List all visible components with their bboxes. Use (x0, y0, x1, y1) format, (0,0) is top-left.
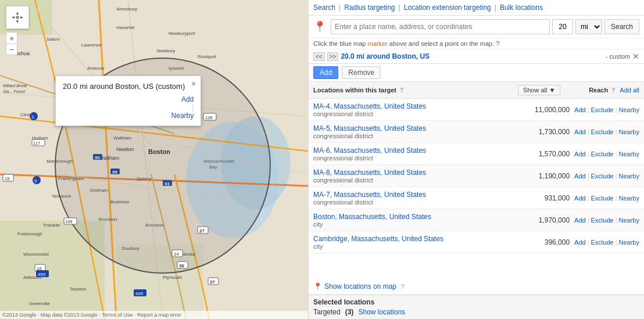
zoom-out-button[interactable]: − (6, 44, 17, 55)
map-tooltip: × 20.0 mi around Boston, US (custom) Add… (55, 76, 201, 126)
location-nearby-link[interactable]: Nearby (619, 173, 639, 180)
svg-text:Greenville: Greenville (29, 301, 51, 306)
nav-radius[interactable]: Radius targeting (344, 3, 395, 12)
svg-text:16: 16 (5, 176, 10, 181)
svg-text:Franklin: Franklin (44, 223, 60, 228)
location-subtype: city (313, 243, 523, 250)
location-search-input[interactable] (331, 19, 550, 34)
nav-search[interactable]: Search (313, 3, 335, 12)
svg-text:Newbury: Newbury (157, 48, 176, 53)
map-nav-control[interactable] (6, 6, 29, 29)
location-name[interactable]: MA-8, Massachusetts, United States (313, 169, 426, 177)
location-exclude-link[interactable]: Exclude (591, 150, 614, 157)
show-locations-link[interactable]: 📍 Show locations on map ? (313, 282, 639, 291)
top-navigation: Search | Radius targeting | Location ext… (309, 0, 644, 16)
svg-text:Woonsocket: Woonsocket (23, 252, 49, 257)
remove-button[interactable]: Remove (342, 66, 381, 79)
svg-text:109: 109 (65, 219, 73, 224)
location-exclude-link[interactable]: Exclude (591, 195, 614, 202)
targeted-count: (3) (345, 308, 354, 316)
table-header: Locations within this target ? Show all … (309, 82, 644, 99)
locations-header-label: Locations within this target (313, 87, 396, 94)
svg-text:Newburyport: Newburyport (169, 31, 195, 36)
svg-text:117: 117 (33, 141, 41, 146)
tooltip-nearby-link[interactable]: Nearby (171, 112, 194, 120)
radius-next-button[interactable]: >> (327, 52, 339, 61)
location-subtype: congressional district (313, 199, 523, 206)
location-add-link[interactable]: Add (574, 150, 586, 157)
location-nearby-link[interactable]: Nearby (619, 217, 639, 224)
location-nearby-link[interactable]: Nearby (619, 195, 639, 202)
location-subtype: city (313, 221, 523, 228)
location-add-link[interactable]: Add (574, 128, 586, 135)
location-info: MA-4, Massachusetts, United States congr… (313, 102, 523, 117)
location-name[interactable]: Boston, Massachusetts, United States (313, 213, 431, 221)
distance-input[interactable] (552, 19, 573, 34)
add-all-button[interactable]: Add all (620, 87, 639, 94)
location-add-link[interactable]: Add (574, 239, 586, 246)
show-locations-button[interactable]: Show locations (358, 308, 405, 316)
add-button[interactable]: Add (313, 66, 338, 79)
map-zoom-controls[interactable]: + − (6, 32, 17, 55)
locations-list: MA-4, Massachusetts, United States congr… (309, 99, 644, 279)
svg-text:24: 24 (174, 252, 179, 257)
svg-text:27: 27 (199, 228, 205, 234)
targeted-label: Targeted (313, 308, 341, 316)
marker-link[interactable]: marker (368, 40, 388, 47)
location-add-link[interactable]: Add (574, 217, 586, 224)
radius-prev-button[interactable]: << (313, 52, 325, 61)
location-name[interactable]: MA-7, Massachusetts, United States (313, 191, 426, 199)
show-on-map-help: ? (401, 284, 405, 290)
search-button[interactable]: Search (604, 19, 639, 34)
reach-header: Reach ? (563, 87, 615, 94)
location-actions: Add | Exclude | Nearby (574, 239, 639, 246)
location-info: Cambridge, Massachusetts, United States … (313, 235, 523, 250)
location-name[interactable]: MA-5, Massachusetts, United States (313, 124, 426, 132)
location-nearby-link[interactable]: Nearby (619, 128, 639, 135)
svg-text:Rockport: Rockport (198, 54, 217, 59)
svg-text:128: 128 (205, 115, 213, 120)
location-actions: Add | Exclude | Nearby (574, 195, 639, 202)
svg-text:Lawrence: Lawrence (81, 42, 102, 48)
zoom-in-button[interactable]: + (6, 32, 17, 44)
location-row: MA-5, Massachusetts, United States congr… (309, 121, 644, 143)
location-exclude-link[interactable]: Exclude (591, 217, 614, 224)
svg-marker-89 (16, 20, 19, 23)
unit-select[interactable]: mi km (575, 19, 602, 34)
location-info: MA-6, Massachusetts, United States congr… (313, 146, 523, 162)
tooltip-close-button[interactable]: × (191, 79, 196, 88)
locations-help-icon: ? (400, 87, 403, 94)
location-add-link[interactable]: Add (574, 173, 586, 180)
pin-icon-small: 📍 (313, 282, 322, 291)
svg-text:Andover: Andover (87, 66, 105, 71)
reach-help-icon: ? (611, 87, 615, 94)
location-name[interactable]: Cambridge, Massachusetts, United States (313, 235, 443, 243)
location-exclude-link[interactable]: Exclude (591, 106, 614, 113)
nav-location-ext[interactable]: Location extension targeting (404, 3, 491, 12)
location-actions: Add | Exclude | Nearby (574, 106, 639, 113)
location-nearby-link[interactable]: Nearby (619, 106, 639, 113)
location-actions: Add | Exclude | Nearby (574, 217, 639, 224)
location-actions: Add | Exclude | Nearby (574, 128, 639, 135)
tooltip-add-link[interactable]: Add (181, 95, 194, 103)
show-all-button[interactable]: Show all ▼ (518, 85, 561, 95)
location-name[interactable]: MA-4, Massachusetts, United States (313, 102, 426, 110)
map-container: Nashua Salem Lawrence Haverhill Newburyp… (0, 0, 308, 319)
action-row: Add Remove (309, 64, 644, 82)
location-reach: 1,730,000 (523, 128, 570, 136)
location-nearby-link[interactable]: Nearby (619, 150, 639, 157)
location-add-link[interactable]: Add (574, 195, 586, 202)
radius-close-button[interactable]: ✕ (632, 52, 639, 61)
location-subtype: congressional district (313, 110, 523, 117)
location-exclude-link[interactable]: Exclude (591, 239, 614, 246)
nav-bulk[interactable]: Bulk locations (500, 3, 543, 12)
location-exclude-link[interactable]: Exclude (591, 173, 614, 180)
svg-marker-88 (16, 12, 19, 15)
svg-text:Plymouth: Plymouth (163, 275, 182, 280)
svg-text:3: 3 (31, 114, 34, 120)
location-name[interactable]: MA-6, Massachusetts, United States (313, 146, 426, 155)
location-exclude-link[interactable]: Exclude (591, 128, 614, 135)
location-add-link[interactable]: Add (574, 106, 586, 113)
svg-text:36: 36 (179, 263, 184, 268)
location-nearby-link[interactable]: Nearby (619, 239, 639, 246)
